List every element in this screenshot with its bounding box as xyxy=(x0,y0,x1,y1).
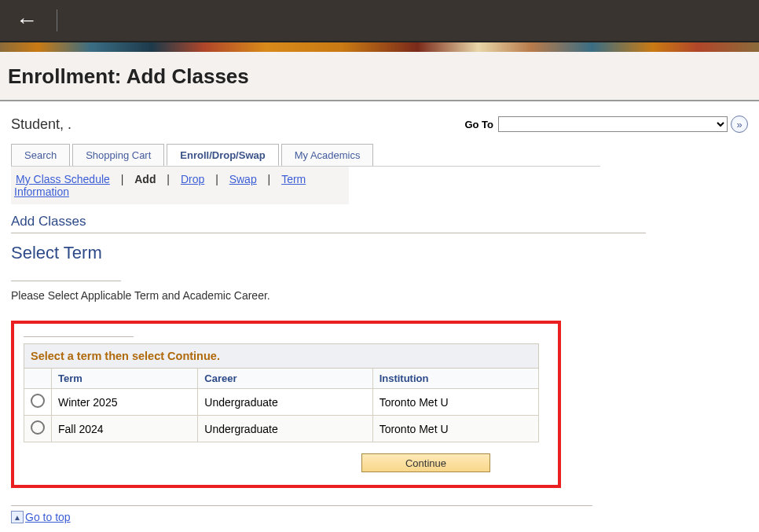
student-name: Student, . xyxy=(11,116,464,133)
link-add-current: Add xyxy=(133,173,157,185)
app-top-bar: ← xyxy=(0,0,759,42)
divider xyxy=(57,9,57,31)
term-selection-highlight: Select a term then select Continue. Term… xyxy=(11,321,561,488)
link-drop[interactable]: Drop xyxy=(179,173,206,185)
tab-my-academics[interactable]: My Academics xyxy=(281,144,374,166)
up-arrow-icon: ▲ xyxy=(11,511,24,523)
go-to-top-link[interactable]: Go to top xyxy=(25,511,71,523)
tab-enroll-drop-swap[interactable]: Enroll/Drop/Swap xyxy=(167,144,278,166)
term-table: Select a term then select Continue. Term… xyxy=(24,343,539,442)
student-row: Student, . Go To » xyxy=(11,116,748,133)
col-institution: Institution xyxy=(372,369,538,389)
cell-term: Winter 2025 xyxy=(52,389,198,416)
back-arrow-icon[interactable]: ← xyxy=(9,8,44,33)
divider: | xyxy=(209,173,225,185)
go-to-top[interactable]: ▲ Go to top xyxy=(11,511,71,523)
divider: | xyxy=(115,173,130,185)
main-tabs: Search Shopping Cart Enroll/Drop/Swap My… xyxy=(11,144,600,167)
heading-select-term: Select Term xyxy=(11,243,748,263)
link-my-class-schedule[interactable]: My Class Schedule xyxy=(14,173,112,185)
page-title: Enrollment: Add Classes xyxy=(8,64,751,89)
heading-add-classes: Add Classes xyxy=(11,214,748,229)
table-row: Fall 2024 Undergraduate Toronto Met U xyxy=(24,416,539,442)
divider xyxy=(11,505,592,506)
cell-term: Fall 2024 xyxy=(52,416,198,442)
instruction-text: Please Select Applicable Term and Academ… xyxy=(11,289,748,302)
link-swap[interactable]: Swap xyxy=(228,173,258,185)
divider xyxy=(11,281,121,281)
col-select xyxy=(24,369,52,389)
cell-career: Undergraduate xyxy=(198,416,372,442)
divider xyxy=(24,336,134,337)
divider xyxy=(11,233,646,233)
sub-tab-links: My Class Schedule | Add | Drop | Swap | … xyxy=(11,167,349,204)
table-row: Winter 2025 Undergraduate Toronto Met U xyxy=(24,389,539,416)
tab-search[interactable]: Search xyxy=(11,144,70,166)
col-career: Career xyxy=(198,369,372,389)
term-table-caption: Select a term then select Continue. xyxy=(24,344,539,369)
continue-button[interactable]: Continue xyxy=(361,453,490,472)
goto-go-icon[interactable]: » xyxy=(731,116,748,133)
term-radio[interactable] xyxy=(31,420,45,435)
decorative-strip xyxy=(0,42,759,52)
col-term: Term xyxy=(52,369,198,389)
goto-label: Go To xyxy=(464,119,493,130)
divider: | xyxy=(262,173,277,185)
goto-select[interactable] xyxy=(498,116,728,132)
cell-institution: Toronto Met U xyxy=(372,389,538,416)
cell-institution: Toronto Met U xyxy=(372,416,538,442)
term-radio[interactable] xyxy=(31,394,45,408)
title-region: Enrollment: Add Classes xyxy=(0,52,759,101)
cell-career: Undergraduate xyxy=(198,389,372,416)
divider: | xyxy=(160,173,176,185)
tab-shopping-cart[interactable]: Shopping Cart xyxy=(72,144,164,166)
